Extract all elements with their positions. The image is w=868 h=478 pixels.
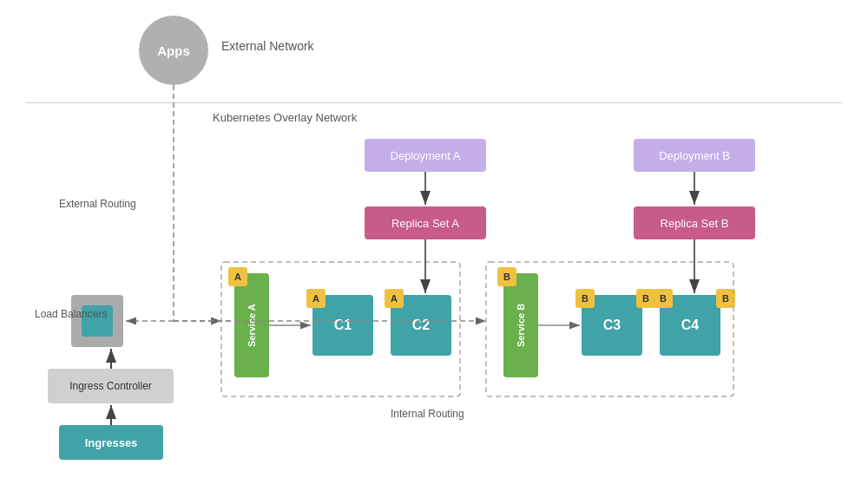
- ingresses: Ingresses: [59, 425, 163, 460]
- internal-routing-label: Internal Routing: [391, 408, 464, 420]
- divider-line: [26, 102, 842, 103]
- replica-set-a: Replica Set A: [365, 206, 486, 239]
- badge-c2-a: A: [385, 289, 404, 308]
- deployment-b: Deployment B: [634, 139, 755, 172]
- load-balancer: [71, 295, 123, 347]
- badge-service-a: A: [228, 267, 247, 286]
- diagram: Apps External Network Kubernetes Overlay…: [0, 0, 868, 478]
- external-routing-label: External Routing: [59, 198, 136, 210]
- apps-node: Apps: [139, 16, 208, 85]
- badge-c3-b2: B: [636, 289, 655, 308]
- load-balancers-label: Load Balancers: [35, 308, 107, 320]
- badge-c4-b2: B: [716, 289, 735, 308]
- badge-service-b: B: [497, 267, 516, 286]
- replica-set-b: Replica Set B: [634, 206, 755, 239]
- service-b: Service B: [503, 273, 538, 377]
- deployment-a: Deployment A: [365, 139, 486, 172]
- service-a: Service A: [234, 273, 269, 377]
- k8s-overlay-label: Kubernetes Overlay Network: [213, 111, 357, 124]
- badge-c4-b: B: [654, 289, 673, 308]
- external-network-label: External Network: [221, 39, 314, 53]
- badge-c3-b: B: [575, 289, 595, 308]
- ingress-controller: Ingress Controller: [48, 369, 174, 403]
- apps-label: Apps: [157, 43, 190, 58]
- badge-c1-a: A: [306, 289, 326, 308]
